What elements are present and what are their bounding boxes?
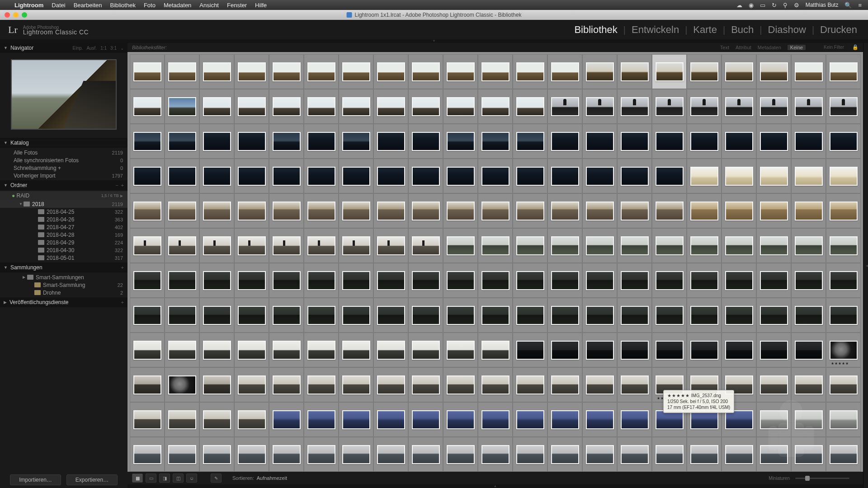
thumbnail-cell[interactable]: [547, 437, 582, 472]
thumbnail-cell[interactable]: [339, 333, 373, 367]
thumbnail-cell[interactable]: [408, 367, 443, 402]
cc-icon[interactable]: ◉: [749, 2, 754, 9]
thumbnail-cell[interactable]: [199, 263, 234, 298]
thumbnail-cell[interactable]: [234, 333, 269, 367]
thumbnail-cell[interactable]: [826, 89, 861, 124]
thumbnail-cell[interactable]: [756, 159, 791, 193]
thumbnail-cell[interactable]: [199, 298, 234, 333]
menu-bibliothek[interactable]: Bibliothek: [110, 2, 136, 9]
thumbnail-cell[interactable]: [408, 298, 443, 333]
thumbnail-cell[interactable]: [165, 124, 199, 159]
thumbnail-cell[interactable]: [408, 159, 443, 193]
thumbnail-cell[interactable]: [687, 54, 722, 89]
thumbnail-cell[interactable]: [547, 263, 582, 298]
thumbnail-cell[interactable]: [791, 437, 826, 472]
display-icon[interactable]: ▭: [760, 2, 765, 9]
thumbnail-cell[interactable]: [722, 298, 756, 333]
filter-attribut[interactable]: Attribut: [736, 45, 751, 50]
thumbnail-cell[interactable]: [234, 298, 269, 333]
backup-icon[interactable]: ↻: [772, 2, 777, 9]
thumbnail-cell[interactable]: [582, 263, 617, 298]
thumbnail-cell[interactable]: [339, 124, 373, 159]
thumbnail-cell[interactable]: [826, 159, 861, 193]
thumbnail-cell[interactable]: [269, 367, 304, 402]
thumbnail-cell[interactable]: [199, 228, 234, 263]
thumbnail-cell[interactable]: [513, 54, 547, 89]
thumbnail-cell[interactable]: [304, 367, 339, 402]
thumbnail-cell[interactable]: [269, 89, 304, 124]
thumbnail-cell[interactable]: [687, 298, 722, 333]
thumbnail-cell[interactable]: [652, 159, 687, 193]
thumbnail-cell[interactable]: [339, 263, 373, 298]
thumbnail-cell[interactable]: [826, 298, 861, 333]
nav-1-1[interactable]: 1:1: [100, 46, 107, 51]
thumbnail-cell[interactable]: [547, 298, 582, 333]
thumbnail-cell[interactable]: [443, 54, 478, 89]
nav-ratio-menu[interactable]: ⌄: [120, 46, 124, 51]
thumbnail-cell[interactable]: [582, 298, 617, 333]
thumbnail-cell[interactable]: [582, 159, 617, 193]
compare-view-button[interactable]: ◨: [159, 474, 170, 483]
thumbnail-cell[interactable]: [478, 402, 513, 437]
menu-metadaten[interactable]: Metadaten: [164, 2, 191, 9]
thumbnail-cell[interactable]: [339, 89, 373, 124]
thumbnail-cell[interactable]: [443, 193, 478, 228]
thumbnail-cell[interactable]: [373, 159, 408, 193]
thumbnail-cell[interactable]: [547, 228, 582, 263]
filter-lock-icon[interactable]: 🔒: [852, 44, 859, 50]
thumbnail-cell[interactable]: [513, 263, 547, 298]
thumbnail-cell[interactable]: [443, 228, 478, 263]
thumbnail-cell[interactable]: [617, 228, 652, 263]
thumbnail-cell[interactable]: [304, 193, 339, 228]
katalog-row[interactable]: Schnellsammlung +0: [0, 164, 127, 172]
right-panel-toggle[interactable]: ◀: [863, 43, 868, 488]
thumbnail-cell[interactable]: [199, 333, 234, 367]
folder-date[interactable]: 2018-04-26363: [0, 216, 127, 223]
people-view-button[interactable]: ☺: [186, 474, 197, 483]
top-panel-toggle[interactable]: ▼: [0, 39, 868, 43]
thumbnail-cell[interactable]: [339, 159, 373, 193]
folder-date[interactable]: 2018-05-01317: [0, 254, 127, 262]
thumbnail-cell[interactable]: [304, 298, 339, 333]
folder-date[interactable]: 2018-04-27402: [0, 223, 127, 231]
thumbnail-cell[interactable]: [652, 89, 687, 124]
sort-value[interactable]: Aufnahmezeit: [257, 475, 287, 481]
thumbnail-cell[interactable]: [408, 263, 443, 298]
thumbnail-cell[interactable]: [617, 437, 652, 472]
spotlight-icon[interactable]: ⚲: [783, 2, 788, 9]
thumbnail-cell[interactable]: [408, 437, 443, 472]
thumbnail-cell[interactable]: [478, 124, 513, 159]
thumbnail-cell[interactable]: [722, 159, 756, 193]
menu-foto[interactable]: Foto: [144, 2, 156, 9]
thumbnail-cell[interactable]: [269, 54, 304, 89]
thumbnail-cell[interactable]: [791, 263, 826, 298]
thumbnail-cell[interactable]: [443, 159, 478, 193]
thumbnail-cell[interactable]: [582, 193, 617, 228]
thumbnail-cell[interactable]: [443, 333, 478, 367]
thumbnail-cell[interactable]: [722, 124, 756, 159]
survey-view-button[interactable]: ◫: [173, 474, 184, 483]
thumbnail-cell[interactable]: [408, 193, 443, 228]
wifi-icon[interactable]: ⚙: [794, 2, 799, 9]
thumbnail-cell[interactable]: [373, 298, 408, 333]
thumbnail-cell[interactable]: [652, 193, 687, 228]
thumbnail-cell[interactable]: [408, 228, 443, 263]
thumbnail-cell[interactable]: [130, 333, 165, 367]
katalog-row[interactable]: Vorheriger Import1797: [0, 172, 127, 179]
thumbnail-cell[interactable]: [791, 54, 826, 89]
thumbnail-cell[interactable]: [582, 333, 617, 367]
thumbnail-cell[interactable]: [687, 193, 722, 228]
thumbnail-cell[interactable]: [304, 89, 339, 124]
thumbnail-cell[interactable]: [478, 159, 513, 193]
thumbnail-cell[interactable]: [687, 124, 722, 159]
thumbnail-cell[interactable]: [547, 89, 582, 124]
thumbnail-cell[interactable]: [826, 263, 861, 298]
thumbnail-cell[interactable]: [443, 124, 478, 159]
menubar-user[interactable]: Matthias Butz: [806, 2, 839, 8]
thumbnail-cell[interactable]: [513, 333, 547, 367]
thumbnail-cell[interactable]: [791, 124, 826, 159]
thumbnail-cell[interactable]: [582, 228, 617, 263]
thumbnail-cell[interactable]: [547, 159, 582, 193]
thumbnail-cell[interactable]: [617, 263, 652, 298]
publish-header[interactable]: ▶Veröffentlichungsdienste +: [0, 297, 127, 307]
